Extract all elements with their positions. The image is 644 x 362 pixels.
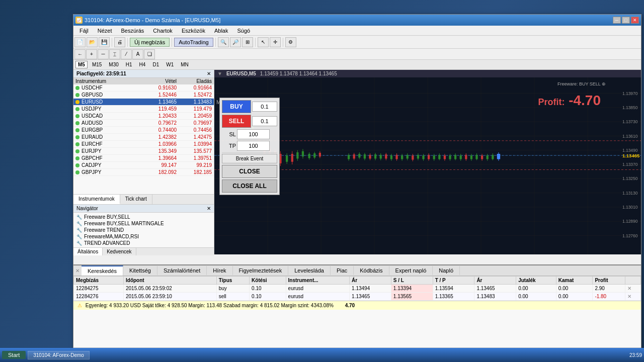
watchlist-row[interactable]: GBPJPY 182.092 182.185	[73, 169, 214, 176]
tf-m15[interactable]: M15	[90, 61, 104, 68]
watchlist-row[interactable]: CADJPY 99.147 99.219	[73, 162, 214, 169]
toolbar-print[interactable]: 🖨	[114, 37, 125, 47]
tab-hirek[interactable]: Hírek	[207, 266, 232, 275]
close-trade-button[interactable]: CLOSE	[222, 165, 277, 178]
tp-input[interactable]	[237, 141, 270, 151]
toolbar2-line[interactable]: ─	[98, 49, 109, 59]
tf-h4[interactable]: H4	[137, 61, 148, 68]
toolbar2-label[interactable]: ❏	[144, 49, 155, 59]
chart-symbol: EURUSD,M5	[226, 71, 256, 76]
auto-trading-button[interactable]: AutoTrading	[174, 38, 213, 47]
tab-piac[interactable]: Piac	[331, 266, 354, 275]
sell-lot-input[interactable]	[252, 116, 277, 126]
watchlist-row[interactable]: USDCHF 0.91630 0.91664	[73, 84, 214, 92]
sell-button[interactable]: SELL	[222, 115, 251, 128]
nav-item-label: Freeware BUY,SELL	[84, 214, 130, 220]
buy-lot-input[interactable]	[252, 102, 277, 112]
toolbar2-hline[interactable]: ⌶	[109, 49, 120, 59]
taskbar-app[interactable]: 310104: AForex-Demo	[28, 351, 90, 359]
order-close-btn[interactable]: ✕	[625, 285, 640, 293]
tab-expert-naplo[interactable]: Expert napló	[389, 266, 433, 275]
left-panel: Piacfigyelő: 23:59:11 ✕ Instrumentum Vét…	[73, 70, 214, 254]
watchlist-row-eurusd[interactable]: EURUSD 1.13465 1.13483	[73, 99, 214, 106]
start-button[interactable]: Start	[2, 351, 26, 359]
toolbar-new[interactable]: 📄	[74, 37, 86, 47]
nav-item[interactable]: 🔧 Freeware TREND	[74, 227, 213, 233]
toolbar-save[interactable]: 💾	[99, 37, 110, 47]
menu-view[interactable]: Nézet	[94, 27, 116, 35]
nav-tab-favorites[interactable]: Kedvencek	[103, 248, 136, 255]
tab-szamla[interactable]: Számlalörténet	[157, 266, 207, 275]
menu-file[interactable]: Fájl	[75, 27, 93, 35]
toolbar-zoomout[interactable]: 🔎	[230, 37, 241, 47]
watchlist-row[interactable]: EURCHF 1.03966 1.03994	[73, 141, 214, 148]
nav-tab-general[interactable]: Általános	[73, 248, 103, 255]
nav-icon: 🔧	[76, 234, 82, 239]
watchlist-row[interactable]: EURJPY 135.349 135.577	[73, 148, 214, 155]
toolbar2-text[interactable]: A	[132, 49, 143, 59]
nav-item[interactable]: 🔧 FreewareMA,MACD,RSI	[74, 233, 213, 240]
watchlist-row[interactable]: EURGBP 0.74400 0.74456	[73, 127, 214, 134]
toolbar2-plus[interactable]: +	[86, 49, 97, 59]
nav-item[interactable]: 🔧 Freeware BUY,SELL MARTINGALE	[74, 220, 213, 227]
tab-tick-chart[interactable]: Tick chart	[120, 195, 152, 204]
tab-leveleslada[interactable]: Levelesláda	[288, 266, 331, 275]
toolbar-cursor[interactable]: ↖	[258, 37, 269, 47]
buy-button[interactable]: BUY	[222, 100, 251, 113]
watchlist-row[interactable]: AUDUSD 0.79672 0.79697	[73, 120, 214, 127]
instrument-name: GBPCHF	[82, 155, 141, 161]
tf-m30[interactable]: M30	[106, 61, 121, 68]
minimize-button[interactable]: ─	[613, 17, 621, 24]
buy-price: 1.39664	[141, 155, 177, 161]
toolbar2-trend[interactable]: ∕	[121, 49, 132, 59]
nav-item-label: TREND ADVANCED	[84, 240, 130, 246]
menu-insert[interactable]: Beszúrás	[117, 27, 148, 35]
order-close-btn[interactable]: ✕	[625, 293, 640, 301]
toolbar-zoomin[interactable]: 🔍	[218, 37, 229, 47]
toolbar-fit[interactable]: ⊞	[242, 37, 253, 47]
sell-price: 1.42475	[177, 134, 212, 140]
toolbar-settings[interactable]: ⚙	[285, 37, 296, 47]
toolbar-crosshair[interactable]: ✛	[270, 37, 281, 47]
close-all-button[interactable]: CLOSE ALL	[222, 179, 277, 193]
watchlist-row[interactable]: GBPCHF 1.39664 1.39751	[73, 155, 214, 162]
tab-instrumentumok[interactable]: Instrumentumok	[73, 195, 120, 204]
nav-icon: 🔧	[76, 221, 82, 226]
tab-figyelmeztetesek[interactable]: Figyelmeztetések	[233, 266, 289, 275]
tab-kodbazis[interactable]: Kódbázis	[354, 266, 389, 275]
watchlist-row[interactable]: GBPUSD 1.52446 1.52472	[73, 92, 214, 99]
toolbar-sep-2	[127, 38, 128, 47]
col-sl: S / L	[391, 277, 433, 285]
watchlist-close-button[interactable]: ✕	[207, 71, 211, 76]
menu-tools[interactable]: Eszközök	[178, 27, 209, 35]
watchlist-row[interactable]: USDCAD 1.20433 1.20459	[73, 113, 214, 120]
nav-item[interactable]: 🔧 TREND ADVANCED	[74, 240, 213, 246]
break-event-button[interactable]: Break Event	[222, 154, 277, 163]
bottom-panel-close[interactable]: ✕	[75, 268, 79, 274]
menu-help[interactable]: Súgó	[233, 27, 254, 35]
menu-charts[interactable]: Chartok	[149, 27, 177, 35]
watchlist-row[interactable]: EURAUD 1.42382 1.42475	[73, 134, 214, 141]
tf-w1[interactable]: W1	[164, 61, 176, 68]
nav-icon: 🔧	[76, 241, 82, 246]
navigator-close[interactable]: ✕	[207, 206, 211, 211]
close-window-button[interactable]: ✕	[631, 17, 639, 24]
order-current: 1.13465	[474, 285, 516, 293]
tab-kitettseg[interactable]: Kitettség	[123, 266, 157, 275]
tf-m5[interactable]: M5	[75, 61, 88, 68]
toolbar2-arrow[interactable]: ←	[74, 49, 86, 59]
tf-h1[interactable]: H1	[123, 61, 135, 68]
watchlist-row[interactable]: USDJPY 119.459 119.479	[73, 106, 214, 113]
sl-input[interactable]	[237, 129, 270, 139]
menu-window[interactable]: Ablak	[210, 27, 232, 35]
tab-kereskedés[interactable]: Kereskedés	[82, 265, 123, 276]
tf-d1[interactable]: D1	[150, 61, 162, 68]
svg-text:1.13370: 1.13370	[622, 162, 638, 167]
new-order-button[interactable]: Új megbízás	[130, 38, 170, 47]
nav-item-label: Freeware BUY,SELL MARTINGALE	[84, 221, 164, 226]
maximize-button[interactable]: □	[622, 17, 630, 24]
tf-mn[interactable]: MN	[178, 61, 191, 68]
tab-naplo[interactable]: Napló	[433, 266, 460, 275]
nav-item[interactable]: 🔧 Freeware BUY,SELL	[74, 214, 213, 220]
toolbar-open[interactable]: 📂	[87, 37, 98, 47]
